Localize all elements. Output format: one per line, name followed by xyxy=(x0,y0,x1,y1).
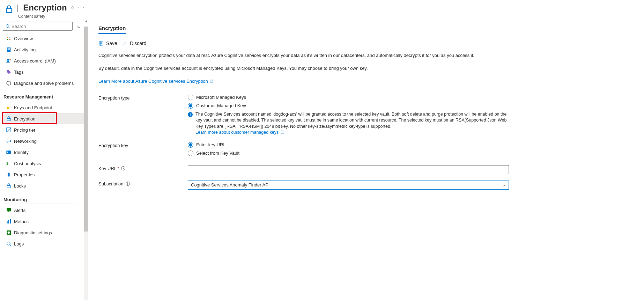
favorite-star-icon[interactable]: ☆ xyxy=(71,5,75,10)
sidebar-item-diagnose[interactable]: Diagnose and solve problems xyxy=(3,78,84,89)
subscription-select[interactable]: Cognitive Services Anomaly Finder API ⌄ xyxy=(188,181,509,190)
sidebar-item-identity[interactable]: Identity xyxy=(3,147,84,158)
page-header: | Encryption ☆ ··· Content safety xyxy=(0,0,644,19)
chevron-down-icon: ⌄ xyxy=(502,182,506,188)
properties-icon xyxy=(5,172,13,177)
svg-point-1 xyxy=(6,24,9,27)
networking-icon xyxy=(5,138,13,144)
svg-rect-19 xyxy=(8,173,9,177)
identity-icon xyxy=(5,149,13,155)
sidebar-item-diagnostic-settings[interactable]: Diagnostic settings xyxy=(3,227,84,238)
radio-select-from-vault[interactable] xyxy=(188,150,193,156)
svg-rect-24 xyxy=(7,221,8,223)
svg-rect-16 xyxy=(7,152,8,153)
sidebar-item-label: Logs xyxy=(14,241,24,247)
cmk-learn-more-link[interactable]: Learn more about customer managed keys xyxy=(195,130,284,135)
sidebar-item-pricing-tier[interactable]: Pricing tier xyxy=(3,124,84,135)
sidebar-item-access-control[interactable]: Access control (IAM) xyxy=(3,55,84,66)
svg-rect-8 xyxy=(8,49,10,50)
svg-point-4 xyxy=(7,39,8,40)
more-actions-icon[interactable]: ··· xyxy=(78,5,85,11)
sidebar-item-keys-endpoint[interactable]: Keys and Endpoint xyxy=(3,102,84,113)
locks-icon xyxy=(5,183,13,189)
row-encryption-key: Encryption key Enter key URI Select from… xyxy=(98,142,634,159)
alerts-icon xyxy=(5,207,13,213)
svg-rect-22 xyxy=(7,208,11,211)
svg-rect-7 xyxy=(8,49,10,49)
intro-paragraph-2: By default, data in the Cognitive servic… xyxy=(98,65,510,72)
sidebar-item-label: Cost analysis xyxy=(14,161,41,166)
sidebar-item-label: Diagnostic settings xyxy=(14,230,52,235)
sidebar-item-overview[interactable]: Overview xyxy=(3,33,84,44)
intro-paragraph-1: Cognitive services encryption protects y… xyxy=(98,52,510,59)
svg-text:$: $ xyxy=(6,161,8,166)
svg-point-29 xyxy=(7,242,10,245)
sidebar-item-label: Alerts xyxy=(14,208,25,213)
svg-rect-13 xyxy=(7,118,10,121)
svg-point-10 xyxy=(9,59,11,60)
discard-label: Discard xyxy=(130,41,146,46)
tab-encryption[interactable]: Encryption xyxy=(98,25,126,34)
encryption-key-label: Encryption key xyxy=(98,142,188,148)
info-icon: i xyxy=(188,112,193,117)
sidebar-search[interactable] xyxy=(3,22,73,31)
discard-button[interactable]: Discard xyxy=(122,41,146,46)
learn-more-label: Learn More about Azure Cognitive service… xyxy=(98,79,208,84)
collapse-sidebar-icon[interactable]: « xyxy=(75,24,82,29)
help-icon[interactable]: i xyxy=(121,166,125,170)
sidebar-item-locks[interactable]: Locks xyxy=(3,180,84,191)
sidebar-item-tags[interactable]: Tags xyxy=(3,66,84,78)
svg-point-12 xyxy=(7,107,9,110)
sidebar-item-logs[interactable]: Logs xyxy=(3,238,84,249)
resource-lock-icon xyxy=(3,3,15,15)
cmk-info-text: The Cognitive Services account named 'do… xyxy=(195,112,506,129)
sidebar-item-label: Diagnose and solve problems xyxy=(14,81,74,86)
row-subscription: Subscription i Cognitive Services Anomal… xyxy=(98,181,634,190)
sidebar-item-encryption[interactable]: Encryption xyxy=(3,113,84,124)
radio-customer-managed[interactable] xyxy=(188,103,193,109)
sidebar-item-cost-analysis[interactable]: $ Cost analysis xyxy=(3,158,84,169)
key-uri-label: Key URI xyxy=(98,166,115,171)
subscription-value: Cognitive Services Anomaly Finder API xyxy=(191,182,269,188)
sidebar-item-metrics[interactable]: Metrics xyxy=(3,216,84,227)
learn-more-link[interactable]: Learn More about Azure Cognitive service… xyxy=(98,79,214,84)
sidebar-item-label: Metrics xyxy=(14,219,29,224)
save-button[interactable]: Save xyxy=(98,41,117,46)
metrics-icon xyxy=(5,219,13,224)
discard-icon xyxy=(122,41,128,46)
radio-enter-key-uri[interactable] xyxy=(188,142,193,148)
key-icon xyxy=(5,105,13,110)
key-uri-input[interactable] xyxy=(188,165,509,174)
search-icon xyxy=(5,24,10,29)
sidebar-item-label: Encryption xyxy=(14,116,35,122)
radio-microsoft-managed[interactable] xyxy=(188,95,193,100)
cmk-learn-more-label: Learn more about customer managed keys xyxy=(195,130,279,135)
sidebar-item-activity-log[interactable]: Activity log xyxy=(3,44,84,55)
svg-rect-21 xyxy=(7,185,10,188)
svg-rect-23 xyxy=(8,211,9,212)
diagnose-icon xyxy=(5,80,13,86)
sidebar-item-properties[interactable]: Properties xyxy=(3,169,84,180)
sidebar-item-label: Pricing tier xyxy=(14,127,35,133)
sidebar-item-networking[interactable]: Networking xyxy=(3,135,84,147)
sidebar-item-label: Keys and Endpoint xyxy=(14,105,52,110)
search-input[interactable] xyxy=(12,24,70,29)
sidebar-group-monitoring: Monitoring xyxy=(3,191,84,204)
sidebar: « Overview Activity log Access control (… xyxy=(0,19,84,300)
svg-point-3 xyxy=(9,37,10,38)
tags-icon xyxy=(5,69,13,75)
save-label: Save xyxy=(106,41,117,46)
resource-type-label: Content safety xyxy=(18,14,85,19)
radio-cmk-label: Customer Managed Keys xyxy=(196,103,247,108)
sidebar-item-alerts[interactable]: Alerts xyxy=(3,205,84,216)
sidebar-item-label: Locks xyxy=(14,183,26,189)
external-link-icon xyxy=(281,130,284,134)
sidebar-item-label: Tags xyxy=(14,69,23,75)
help-icon[interactable]: i xyxy=(126,182,130,186)
row-encryption-type: Encryption type Microsoft Managed Keys C… xyxy=(98,95,634,136)
row-key-uri: Key URI * i xyxy=(98,165,634,174)
title-separator: | xyxy=(17,3,19,13)
radio-enter-uri-label: Enter key URI xyxy=(196,142,224,147)
page-title: Encryption xyxy=(23,3,67,13)
sidebar-scrollbar[interactable]: ▲ xyxy=(84,19,89,300)
